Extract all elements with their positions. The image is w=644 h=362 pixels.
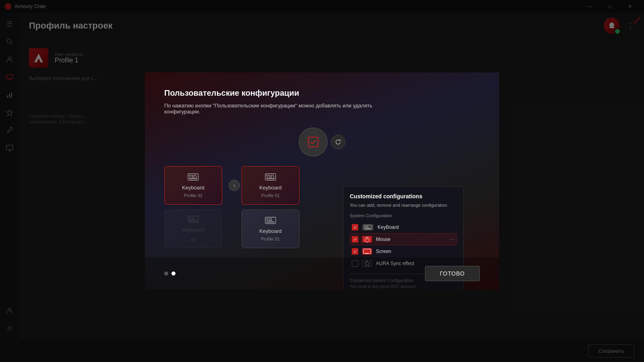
keyboard-device-icon: [362, 224, 374, 230]
keyboard-card-1-icon: [188, 173, 199, 182]
keyboard-card-4[interactable]: Keyboard Profile 01: [242, 210, 299, 248]
svg-rect-25: [189, 178, 197, 179]
svg-rect-22: [189, 177, 191, 177]
card-column-2: Keyboard Profile 01 Keyboard Profile 01: [242, 166, 299, 248]
modal: Пользовательские конфигурации По нажатию…: [145, 72, 499, 290]
mouse-checkbox[interactable]: ✓: [352, 236, 358, 243]
svg-rect-15: [308, 137, 318, 147]
system-config-label: System Configuration: [350, 213, 457, 218]
screen-checkbox[interactable]: ✓: [352, 248, 358, 255]
svg-rect-56: [367, 227, 369, 228]
svg-rect-46: [269, 218, 270, 219]
svg-rect-21: [195, 175, 196, 176]
right-panel-desc: You can add, remove and rearrange config…: [350, 203, 457, 208]
card-4-title: Keyboard: [259, 228, 282, 234]
refresh-icon[interactable]: [331, 135, 345, 149]
screen-device-icon: [362, 248, 372, 255]
svg-rect-60: [363, 249, 371, 253]
config-item-keyboard[interactable]: ✓ KeyBoard: [350, 221, 457, 233]
mouse-device-icon: [362, 236, 372, 243]
svg-rect-19: [192, 175, 193, 176]
keyboard-card-4-icon: [265, 217, 276, 226]
card-1-title: Keyboard: [182, 185, 204, 191]
config-item-mouse[interactable]: ✓ Mouse ⋯: [350, 233, 457, 245]
svg-rect-17: [189, 175, 190, 176]
cards-area: Keyboard Profile 01 Keyboard 01 ›: [164, 166, 299, 248]
svg-rect-35: [268, 175, 269, 176]
svg-rect-20: [194, 175, 195, 176]
card-2-subtitle: Profile 01: [261, 193, 280, 198]
svg-rect-24: [196, 177, 197, 177]
keyboard-card-3[interactable]: Keyboard 01: [164, 210, 222, 248]
next-arrow-button[interactable]: ›: [229, 180, 240, 191]
card-3-title: Keyboard: [182, 227, 204, 233]
svg-rect-45: [268, 218, 269, 219]
svg-rect-47: [271, 218, 272, 219]
modal-footer: ГОТОВО: [145, 257, 499, 290]
done-button[interactable]: ГОТОВО: [425, 266, 480, 281]
dot-1[interactable]: [164, 272, 168, 276]
keyboard-card-2[interactable]: Keyboard Profile 01: [242, 166, 299, 205]
card-column-1: Keyboard Profile 01 Keyboard 01: [164, 166, 222, 248]
svg-rect-18: [190, 175, 192, 176]
svg-rect-27: [189, 217, 190, 218]
svg-rect-44: [266, 218, 267, 219]
modal-main-icon[interactable]: [299, 128, 328, 156]
keyboard-device-name: KeyBoard: [378, 224, 455, 230]
svg-rect-36: [269, 175, 270, 176]
svg-rect-28: [190, 217, 192, 218]
svg-rect-37: [271, 175, 272, 176]
svg-rect-49: [269, 220, 272, 221]
svg-rect-40: [269, 177, 272, 177]
keyboard-card-1[interactable]: Keyboard Profile 01: [164, 166, 222, 205]
modal-overlay: Пользовательские конфигурации По нажатию…: [0, 0, 644, 362]
card-2-title: Keyboard: [259, 185, 282, 191]
card-4-subtitle: Profile 01: [261, 237, 280, 241]
svg-rect-31: [192, 219, 195, 220]
modal-title: Пользовательские конфигурации: [164, 88, 480, 98]
svg-rect-55: [365, 227, 366, 228]
keyboard-card-3-icon: [188, 216, 199, 224]
svg-rect-54: [367, 226, 368, 227]
svg-rect-52: [365, 226, 365, 227]
svg-rect-41: [273, 177, 275, 177]
keyboard-checkbox[interactable]: ✓: [352, 224, 358, 230]
modal-description: По нажатию кнопки "Пользовательские конф…: [164, 103, 406, 115]
dot-2[interactable]: [171, 272, 175, 276]
keyboard-card-2-icon: [265, 173, 276, 182]
config-item-screen[interactable]: ✓ Screen: [350, 245, 457, 257]
mouse-device-name: Mouse: [376, 237, 445, 242]
svg-rect-32: [189, 220, 197, 221]
svg-rect-48: [266, 220, 268, 221]
pagination-dots: [164, 272, 175, 276]
svg-rect-23: [192, 177, 195, 177]
svg-rect-57: [365, 228, 371, 229]
svg-rect-34: [266, 175, 267, 176]
svg-rect-53: [366, 226, 367, 227]
svg-rect-50: [266, 222, 275, 222]
svg-rect-30: [189, 219, 191, 220]
card-1-subtitle: Profile 01: [184, 193, 202, 198]
svg-rect-38: [272, 175, 274, 176]
mouse-options-icon[interactable]: ⋯: [449, 236, 455, 243]
svg-rect-42: [266, 178, 275, 179]
right-panel-title: Customized configurations: [350, 193, 457, 200]
screen-device-name: Screen: [376, 249, 455, 254]
modal-icons-row: [164, 128, 480, 156]
config-icon: [305, 134, 321, 150]
svg-rect-39: [266, 177, 268, 177]
svg-rect-29: [192, 217, 193, 218]
